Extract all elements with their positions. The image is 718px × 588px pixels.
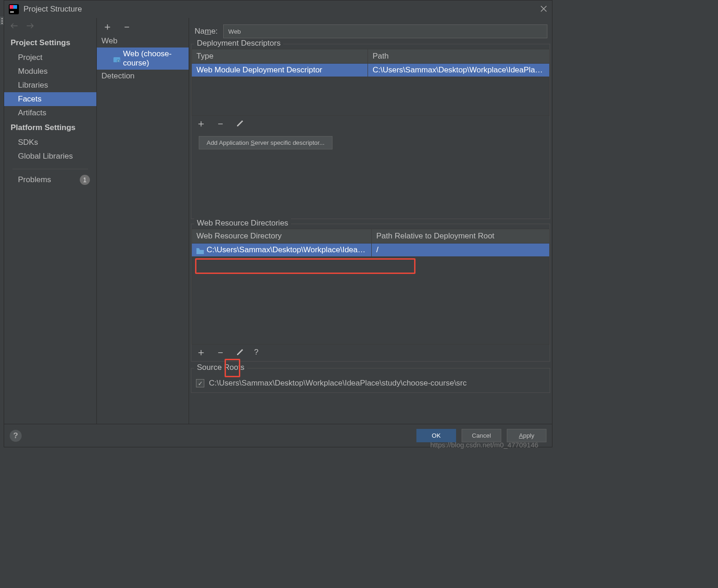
facet-editor: Name: Deployment Descriptors Type Path W… <box>189 18 552 424</box>
svg-rect-2 <box>1 20 3 22</box>
svg-rect-7 <box>10 12 14 12</box>
deployment-descriptors-section: Deployment Descriptors Type Path Web Mod… <box>191 44 550 219</box>
dd-edit-icon[interactable] <box>235 119 245 129</box>
svg-rect-3 <box>1 23 3 24</box>
close-icon[interactable] <box>540 4 547 15</box>
project-structure-dialog: Project Structure Project Settings Proje… <box>4 0 552 447</box>
webres-add-icon[interactable]: ＋ <box>196 347 206 357</box>
webres-row-dir: C:\Users\Sammax\Desktop\Workplace\IdeaPl… <box>192 244 372 257</box>
dd-col-path: Path <box>368 49 550 64</box>
webres-row-rel: / <box>372 244 550 257</box>
problems-count-badge: 1 <box>80 175 90 185</box>
window-title: Project Structure <box>24 5 82 14</box>
webres-help-icon[interactable]: ? <box>254 348 258 357</box>
facet-tree-web-module-label: Web (choose-course) <box>123 49 184 68</box>
sidebar: Project Settings Project Modules Librari… <box>4 18 97 424</box>
webres-remove-icon[interactable]: － <box>215 347 225 357</box>
webres-table: Web Resource Directory Path Relative to … <box>191 229 550 344</box>
webres-row-dir-text: C:\Users\Sammax\Desktop\Workplace\IdeaPl… <box>207 245 372 254</box>
dd-row[interactable]: Web Module Deployment Descriptor C:\User… <box>192 64 550 77</box>
cancel-button[interactable]: Cancel <box>462 429 501 442</box>
add-facet-icon[interactable]: ＋ <box>102 22 113 32</box>
dd-row-path: C:\Users\Sammax\Desktop\Workplace\IdeaPl… <box>368 64 550 77</box>
facet-tree-detection[interactable]: Detection <box>97 70 189 83</box>
intellij-logo-icon <box>9 4 19 14</box>
sidebar-group-project-settings: Project Settings <box>4 35 96 51</box>
ok-button[interactable]: OK <box>416 429 456 442</box>
sidebar-group-platform-settings: Platform Settings <box>4 120 96 136</box>
source-root-checkbox[interactable]: ✓ <box>196 379 204 387</box>
problems-label: Problems <box>18 175 51 184</box>
webres-row[interactable]: C:\Users\Sammax\Desktop\Workplace\IdeaPl… <box>192 244 550 257</box>
help-icon[interactable]: ? <box>10 430 22 442</box>
sidebar-item-facets[interactable]: Facets <box>4 92 96 106</box>
sidebar-divider <box>12 169 88 169</box>
webres-title: Web Resource Directories <box>194 219 291 228</box>
facets-toolbar: ＋ － <box>97 18 189 35</box>
footer-buttons: OK Cancel Apply <box>416 429 546 442</box>
facets-tree-panel: ＋ － Web Web (choose-course) Detection <box>97 18 189 424</box>
titlebar: Project Structure <box>4 0 552 18</box>
remove-facet-icon[interactable]: － <box>122 22 132 32</box>
svg-rect-5 <box>10 5 13 9</box>
sidebar-item-project[interactable]: Project <box>4 51 96 65</box>
watermark-url: https://blog.csdn.net/m0_47709146 <box>430 441 538 449</box>
deployment-descriptors-title: Deployment Descriptors <box>194 39 283 48</box>
deployment-descriptors-table: Type Path Web Module Deployment Descript… <box>191 49 550 116</box>
back-icon[interactable] <box>11 22 18 31</box>
source-roots-title: Source Roots <box>194 363 247 372</box>
svg-rect-6 <box>13 5 17 9</box>
dialog-content: Project Settings Project Modules Librari… <box>4 18 552 424</box>
apply-button[interactable]: Apply <box>507 429 546 442</box>
facet-tree-web[interactable]: Web <box>97 35 189 48</box>
dd-table-spacer <box>192 77 550 116</box>
nav-arrows <box>4 18 96 35</box>
folder-icon <box>196 247 204 253</box>
web-facet-icon <box>113 55 120 62</box>
name-label: Name: <box>195 27 218 36</box>
sidebar-item-artifacts[interactable]: Artifacts <box>4 106 96 120</box>
sidebar-item-problems[interactable]: Problems 1 <box>4 172 96 188</box>
webres-col-dir: Web Resource Directory <box>192 229 372 244</box>
sidebar-item-modules[interactable]: Modules <box>4 65 96 78</box>
facet-tree-web-module[interactable]: Web (choose-course) <box>97 48 189 70</box>
source-root-path: C:\Users\Sammax\Desktop\Workplace\IdeaPl… <box>209 379 467 388</box>
sidebar-item-global-libraries[interactable]: Global Libraries <box>4 149 96 163</box>
dd-row-type: Web Module Deployment Descriptor <box>192 64 368 77</box>
dd-col-type: Type <box>192 49 368 64</box>
name-row: Name: <box>189 18 552 39</box>
forward-icon[interactable] <box>26 22 34 31</box>
webres-table-spacer <box>192 257 550 344</box>
web-resource-directories-section: Web Resource Directories Web Resource Di… <box>191 224 550 362</box>
facet-name-input[interactable] <box>223 24 547 38</box>
sidebar-item-sdks[interactable]: SDKs <box>4 136 96 149</box>
dd-add-icon[interactable]: ＋ <box>196 119 206 129</box>
svg-rect-1 <box>1 18 3 19</box>
dd-toolbar: ＋ － <box>191 116 550 132</box>
add-app-server-button[interactable]: Add Application Server specific descript… <box>199 136 332 149</box>
dd-bottom-spacer <box>191 154 550 219</box>
source-roots-section: Source Roots ✓ C:\Users\Sammax\Desktop\W… <box>191 368 550 393</box>
dd-remove-icon[interactable]: － <box>215 119 225 129</box>
webres-col-rel: Path Relative to Deployment Root <box>372 229 550 244</box>
webres-edit-icon[interactable] <box>235 347 245 357</box>
webres-toolbar: ＋ － ? <box>191 344 550 361</box>
source-root-item[interactable]: ✓ C:\Users\Sammax\Desktop\Workplace\Idea… <box>191 373 550 392</box>
sidebar-item-libraries[interactable]: Libraries <box>4 78 96 92</box>
